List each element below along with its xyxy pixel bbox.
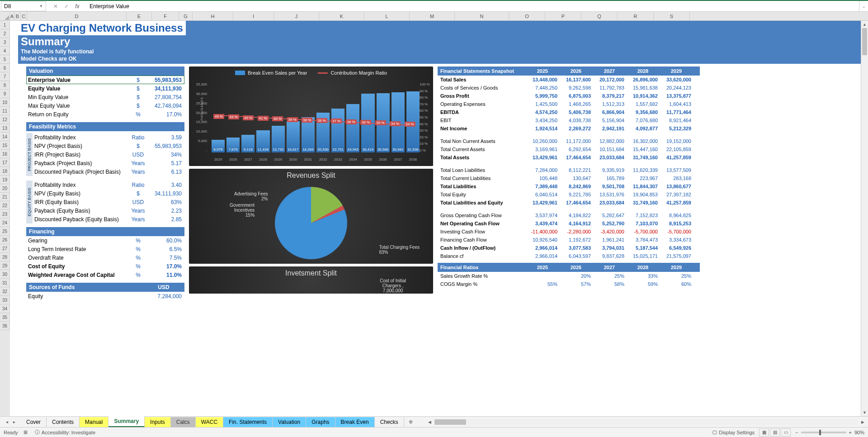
col-header[interactable]: Q bbox=[581, 12, 618, 20]
expand-formula-icon[interactable]: ⌄ bbox=[859, 1, 868, 11]
feas-equity-row[interactable]: IRR (Equity Basis)USD63% bbox=[33, 198, 184, 206]
tab-nav-last-icon[interactable]: ▸ bbox=[11, 419, 17, 424]
zoom-slider[interactable] bbox=[801, 432, 846, 433]
financing-row[interactable]: Overdraft Rate%7.5% bbox=[26, 253, 184, 262]
source-row[interactable]: Equity7,284,000 bbox=[26, 292, 184, 300]
worksheet[interactable]: EV Charging Network Business Summary The… bbox=[10, 21, 861, 416]
snapshot-row[interactable]: Gross Operating Cash Flow3,537,9744,184,… bbox=[438, 211, 700, 219]
col-header[interactable]: J bbox=[274, 12, 319, 20]
snapshot-row[interactable]: Total Current Assets3,169,9616,292,65410… bbox=[438, 145, 700, 153]
row-header[interactable]: 25 bbox=[0, 227, 10, 236]
valuation-row[interactable]: Min Equity Value$27,808,754 bbox=[26, 93, 184, 101]
snapshot-row[interactable]: Investing Cash Flow-11,400,000-2,280,000… bbox=[438, 228, 700, 236]
snapshot-row[interactable]: Total Current Liabilities105,448130,6471… bbox=[438, 174, 700, 182]
col-header[interactable]: R bbox=[618, 12, 654, 20]
name-box-dropdown-icon[interactable]: ▼ bbox=[39, 4, 43, 8]
valuation-row[interactable]: Equity Value$34,111,930 bbox=[26, 84, 184, 93]
scroll-right-icon[interactable]: ▶ bbox=[859, 420, 866, 424]
row-header[interactable]: 1 bbox=[0, 21, 10, 29]
row-header[interactable]: 7 bbox=[0, 72, 10, 81]
col-header[interactable]: I bbox=[233, 12, 274, 20]
tab-nav-first-icon[interactable]: ◂ bbox=[4, 419, 10, 424]
snapshot-row[interactable]: Net Income1,924,5142,269,2722,942,1914,0… bbox=[438, 124, 700, 133]
financing-row[interactable]: Gearing%60.0% bbox=[26, 236, 184, 245]
row-header[interactable]: 23 bbox=[0, 210, 10, 218]
page-layout-icon[interactable]: ▤ bbox=[770, 428, 780, 437]
row-header[interactable]: 35 bbox=[0, 313, 10, 322]
snapshot-row[interactable]: EBITDA4,574,2505,406,7386,866,9049,356,6… bbox=[438, 108, 700, 116]
snapshot-row[interactable]: Total Liabilities and Equity13,429,96117… bbox=[438, 199, 700, 207]
sheet-tab-calcs[interactable]: Calcs bbox=[171, 417, 196, 427]
col-header[interactable]: B bbox=[14, 12, 21, 20]
row-header[interactable]: 13 bbox=[0, 124, 10, 133]
financing-row[interactable]: Long Term Interest Rate%6.5% bbox=[26, 245, 184, 253]
sheet-tab-wacc[interactable]: WACC bbox=[196, 417, 223, 427]
sheet-tab-checks[interactable]: Checks bbox=[375, 417, 404, 427]
scroll-thumb[interactable] bbox=[862, 28, 867, 55]
snapshot-row[interactable]: Total Non Current Assets10,260,00011,172… bbox=[438, 137, 700, 145]
col-header[interactable]: A bbox=[10, 12, 14, 20]
col-header[interactable]: O bbox=[509, 12, 545, 20]
row-header[interactable]: 24 bbox=[0, 218, 10, 227]
snapshot-row[interactable]: COGS Margin %55%57%58%59%60% bbox=[438, 280, 700, 288]
col-header[interactable]: S bbox=[654, 12, 690, 20]
col-header[interactable]: C bbox=[21, 12, 27, 20]
zoom-level[interactable]: 90% bbox=[854, 430, 864, 435]
snapshot-row[interactable]: Gross Profit5,999,7506,875,0038,379,2171… bbox=[438, 92, 700, 100]
financing-row[interactable]: Weighted Average Cost of Capital%11.0% bbox=[26, 271, 184, 279]
col-header[interactable]: F bbox=[152, 12, 179, 20]
sheet-tab-summary[interactable]: Summary bbox=[108, 416, 145, 427]
feas-equity-row[interactable]: Discounted Payback (Equity Basis)Years2.… bbox=[33, 215, 184, 223]
snapshot-row[interactable]: Total Loan Liabilities7,284,0008,112,221… bbox=[438, 166, 700, 174]
sheet-tab-graphs[interactable]: Graphs bbox=[306, 417, 335, 427]
formula-input[interactable]: Enterprise Value bbox=[86, 3, 859, 10]
col-header[interactable]: K bbox=[319, 12, 364, 20]
select-all-corner[interactable] bbox=[0, 12, 10, 20]
macro-icon[interactable]: ⊞ bbox=[24, 429, 28, 435]
row-header[interactable]: 15 bbox=[0, 141, 10, 150]
row-header[interactable]: 2 bbox=[0, 29, 10, 38]
snapshot-row[interactable]: Balance cf2,966,0146,043,5979,837,62815,… bbox=[438, 252, 700, 260]
feas-project-row[interactable]: Payback (Project Basis)Years5.17 bbox=[33, 159, 184, 167]
zoom-out-button[interactable]: − bbox=[795, 430, 798, 435]
row-header[interactable]: 6 bbox=[0, 64, 10, 72]
col-header[interactable]: H bbox=[193, 12, 233, 20]
financing-row[interactable]: Cost of Equity%17.0% bbox=[26, 262, 184, 271]
horizontal-scrollbar[interactable]: ◀ ▶ bbox=[426, 419, 866, 425]
col-header[interactable]: L bbox=[364, 12, 410, 20]
sheet-tab-cover[interactable]: Cover bbox=[21, 417, 47, 427]
sheet-tab-inputs[interactable]: Inputs bbox=[145, 417, 171, 427]
display-settings-button[interactable]: 🖵 Display Settings bbox=[712, 430, 755, 435]
valuation-row[interactable]: Max Equity Value$42,748,094 bbox=[26, 101, 184, 110]
row-header[interactable]: 27 bbox=[0, 244, 10, 253]
row-header[interactable]: 34 bbox=[0, 304, 10, 313]
row-header[interactable]: 5 bbox=[0, 55, 10, 64]
row-header[interactable]: 28 bbox=[0, 253, 10, 261]
snapshot-row[interactable]: Financing Cash Flow10,926,5401,192,6721,… bbox=[438, 236, 700, 244]
col-header[interactable]: P bbox=[545, 12, 581, 20]
scroll-up-icon[interactable]: ▲ bbox=[861, 21, 868, 28]
sheet-tab-valuation[interactable]: Valuation bbox=[273, 417, 306, 427]
name-box[interactable]: D8 ▼ bbox=[1, 1, 46, 11]
snapshot-row[interactable]: Costs of Services / Goods7,448,2509,262,… bbox=[438, 84, 700, 92]
scroll-left-icon[interactable]: ◀ bbox=[426, 420, 434, 424]
row-header[interactable]: 21 bbox=[0, 193, 10, 201]
row-header[interactable]: 32 bbox=[0, 287, 10, 296]
row-header[interactable]: 18 bbox=[0, 167, 10, 176]
row-header[interactable]: 22 bbox=[0, 201, 10, 210]
row-header[interactable]: 14 bbox=[0, 133, 10, 141]
row-header[interactable]: 19 bbox=[0, 176, 10, 184]
col-header[interactable]: M bbox=[410, 12, 455, 20]
snapshot-row[interactable]: EBIT3,434,2504,038,7385,156,9047,076,680… bbox=[438, 116, 700, 124]
snapshot-row[interactable]: Operating Expenses1,425,5001,468,2651,51… bbox=[438, 100, 700, 108]
valuation-row[interactable]: Return on Equity%17.0% bbox=[26, 110, 184, 119]
row-header[interactable]: 29 bbox=[0, 261, 10, 270]
valuation-row[interactable]: Enterprise Value$55,983,953 bbox=[26, 76, 184, 84]
feas-equity-row[interactable]: NPV (Equity Basis)$34,111,930 bbox=[33, 189, 184, 198]
feas-equity-row[interactable]: Payback (Equity Basis)Years2.23 bbox=[33, 206, 184, 215]
snapshot-row[interactable]: Total Equity6,040,5149,221,78513,531,976… bbox=[438, 190, 700, 199]
sheet-tab-break-even[interactable]: Break Even bbox=[335, 417, 375, 427]
feas-project-row[interactable]: Profitability IndexRatio3.59 bbox=[33, 133, 184, 142]
row-header[interactable]: 12 bbox=[0, 115, 10, 124]
feas-project-row[interactable]: Discounted Payback (Project Basis)Years6… bbox=[33, 167, 184, 176]
